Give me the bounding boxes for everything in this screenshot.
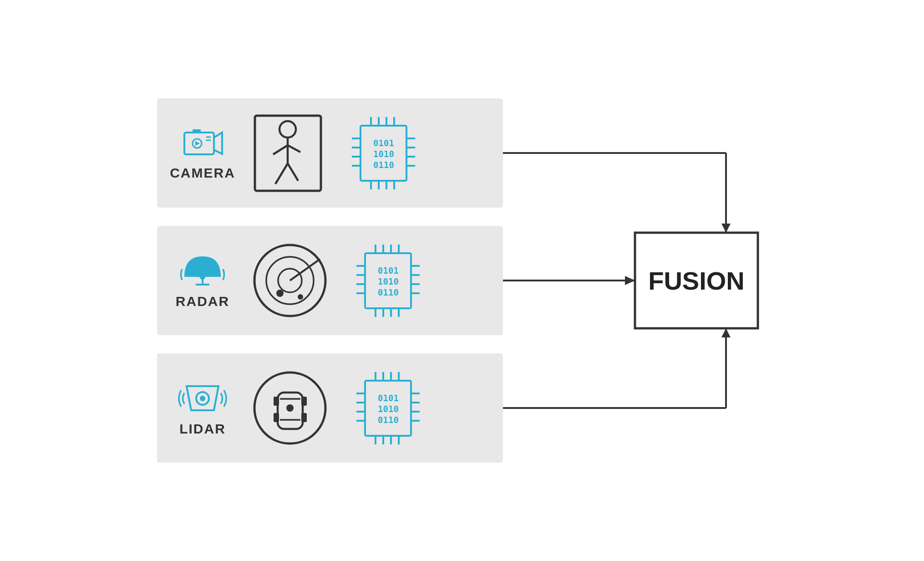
svg-text:1010: 1010 (378, 404, 399, 414)
camera-label: CAMERA (170, 165, 235, 181)
lidar-detection-icon (253, 371, 328, 446)
radar-detection-icon (253, 243, 328, 318)
svg-point-72 (286, 404, 294, 412)
svg-marker-2 (195, 141, 200, 146)
camera-label-group: CAMERA (175, 126, 230, 181)
radar-label: RADAR (176, 294, 229, 309)
svg-line-10 (273, 145, 288, 154)
svg-text:1010: 1010 (373, 149, 394, 159)
camera-icon (180, 126, 225, 160)
svg-line-12 (275, 163, 288, 184)
svg-rect-3 (193, 129, 201, 133)
svg-text:0110: 0110 (378, 415, 399, 425)
svg-text:0110: 0110 (373, 160, 394, 170)
svg-point-43 (298, 294, 303, 300)
svg-line-13 (288, 163, 298, 181)
svg-rect-71 (301, 413, 307, 422)
connector-svg: FUSION (503, 98, 767, 463)
svg-rect-68 (274, 397, 279, 406)
radar-row: RADAR 0101 1010 0110 (157, 226, 503, 335)
svg-marker-101 (721, 328, 731, 337)
lidar-label: LIDAR (179, 421, 226, 437)
svg-rect-70 (274, 413, 279, 422)
svg-rect-69 (301, 397, 307, 406)
sensors-column: CAMERA (157, 98, 503, 463)
svg-point-65 (200, 396, 205, 401)
main-container: CAMERA (0, 0, 924, 561)
svg-marker-96 (721, 224, 731, 233)
svg-line-11 (288, 145, 300, 152)
lidar-chip-icon: 0101 1010 0110 (350, 368, 426, 448)
svg-marker-6 (214, 133, 222, 154)
fusion-label-svg: FUSION (648, 266, 745, 295)
svg-text:0101: 0101 (373, 138, 394, 148)
camera-chip-icon: 0101 1010 0110 (346, 113, 421, 193)
svg-text:1010: 1010 (378, 276, 399, 286)
svg-point-42 (276, 290, 284, 297)
camera-row: CAMERA (157, 98, 503, 208)
radar-icon (180, 252, 225, 288)
svg-point-8 (279, 121, 296, 138)
lidar-icon (178, 379, 228, 416)
svg-text:0101: 0101 (378, 393, 399, 403)
lidar-row: LIDAR (157, 353, 503, 463)
svg-text:0101: 0101 (378, 265, 399, 275)
svg-marker-98 (625, 276, 635, 285)
svg-text:0110: 0110 (378, 287, 399, 297)
lidar-label-group: LIDAR (175, 379, 230, 437)
camera-detection-icon (253, 113, 323, 193)
svg-point-37 (200, 274, 205, 280)
radar-label-group: RADAR (175, 252, 230, 309)
radar-chip-icon: 0101 1010 0110 (350, 241, 426, 321)
